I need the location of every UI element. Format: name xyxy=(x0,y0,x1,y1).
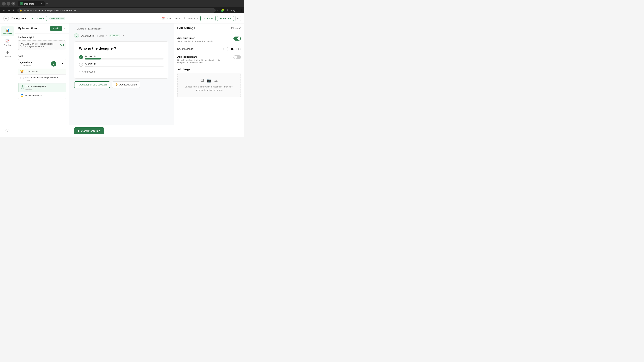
quiz-timer-badge: ⏱ 15 sec xyxy=(109,34,120,37)
qa-card: 💬 Add Q&A to collect questions from your… xyxy=(18,40,66,50)
quiz-question-header: 2 Quiz question 0 votes • ⏱ 15 sec ∨ xyxy=(74,33,168,38)
seconds-value: 15 xyxy=(230,47,234,50)
seconds-control: No. of seconds: − 15 + xyxy=(177,46,241,51)
list-item[interactable]: 2 Who is the designer? 0 votes xyxy=(18,83,66,92)
back-to-quiz-link[interactable]: ← Back to all quiz questions xyxy=(74,27,168,30)
question-actions: + Add another quiz question 🏆 Add leader… xyxy=(74,81,168,88)
more-options-button[interactable]: ••• xyxy=(236,16,241,21)
answer-option-a: ✓ Answer A xyxy=(79,55,164,59)
extensions-icon[interactable]: 🧩 xyxy=(221,9,224,12)
image-upload-area[interactable]: 🖼 📷 ☁ Choose from a library with thousan… xyxy=(177,73,241,97)
quiz-number-badge: 2 xyxy=(74,33,79,38)
answer-label-a: Answer A xyxy=(85,55,164,57)
settings-header: Poll settings Close ✕ xyxy=(174,23,244,33)
settings-label: Settings xyxy=(4,55,11,57)
sidebar-item-interactions[interactable]: 📊 Interactions xyxy=(1,26,14,36)
poll-question-content-2: Who is the designer? 0 votes xyxy=(26,85,64,90)
collapse-button[interactable]: « xyxy=(63,26,66,31)
participants-count: 0 participants xyxy=(25,70,38,73)
close-icon: ✕ xyxy=(239,27,241,30)
wrong-answer-icon: ○ xyxy=(79,63,83,67)
new-tab-button[interactable]: + xyxy=(45,2,49,5)
start-interaction-button[interactable]: ▶ Start interaction xyxy=(74,127,104,134)
share-button[interactable]: ↗ Share xyxy=(200,16,215,21)
list-item[interactable]: 1 What is the answer in question A? 0 vo… xyxy=(18,74,66,83)
header-back-button[interactable]: ← xyxy=(3,16,9,21)
image-library-icon: 🖼 xyxy=(200,78,204,83)
sidebar-item-analytics[interactable]: 📈 Analytics xyxy=(1,37,14,48)
share-label: Share xyxy=(206,17,212,20)
qa-add-link[interactable]: Add xyxy=(60,44,64,46)
polls-section: Polls Question A 2 questions ▶ ⋮ ∧ xyxy=(15,52,68,137)
bookmark-icon[interactable]: ☆ xyxy=(217,9,219,12)
seconds-label: No. of seconds: xyxy=(177,48,221,50)
add-another-quiz-button[interactable]: + Add another quiz question xyxy=(74,81,110,88)
menu-icon[interactable]: ⋮ xyxy=(240,9,242,12)
poll-participants: 🏆 0 participants xyxy=(18,68,66,74)
download-icon[interactable]: ⬇ xyxy=(226,9,228,12)
answer-bar-b xyxy=(85,66,164,67)
address-bar[interactable]: 🔒 admin.sli.do/event/8Goq3eqYCVaD6c1SPMV… xyxy=(17,8,216,12)
leaderboard-trophy-icon: 🏅 xyxy=(20,94,24,97)
shield-icon: 🛡 xyxy=(183,17,185,19)
side-nav: 📊 Interactions 📈 Analytics ⚙ Settings ? xyxy=(0,23,15,137)
forward-nav-button[interactable]: → xyxy=(7,8,11,12)
leaderboard-info: Add leaderboard Show leaderboard after t… xyxy=(177,55,231,64)
app-container: ← Designers ▲ Upgrade New interface 📅 Oc… xyxy=(0,13,244,137)
settings-close-button[interactable]: Close ✕ xyxy=(231,27,241,30)
maximize-button[interactable]: □ xyxy=(7,2,10,5)
present-label: Present xyxy=(223,17,231,20)
header-actions: ↗ Share ▶ Present ••• xyxy=(200,16,241,21)
poll-play-button[interactable]: ▶ xyxy=(51,61,56,66)
quiz-type-label: Quiz question xyxy=(81,34,95,37)
decrement-seconds-button[interactable]: − xyxy=(224,46,228,51)
add-option-button[interactable]: + + Add option xyxy=(79,70,164,74)
sidebar-item-settings[interactable]: ⚙ Settings xyxy=(1,49,14,59)
play-icon: ▶ xyxy=(53,63,54,65)
qa-card-text: Add Q&A to collect questions from your a… xyxy=(25,42,58,48)
upgrade-icon: ▲ xyxy=(32,17,34,20)
question-votes-q1: 0 votes xyxy=(25,79,64,82)
share-icon: ↗ xyxy=(203,17,205,20)
present-button[interactable]: ▶ Present xyxy=(217,16,234,21)
add-image-section: Add image xyxy=(177,68,241,71)
timer-icon: ⏱ xyxy=(110,34,112,37)
trophy-icon: 🏆 xyxy=(20,70,24,73)
settings-panel: Poll settings Close ✕ Add quiz timer Set… xyxy=(174,23,244,137)
polls-section-title: Polls xyxy=(18,55,66,57)
timer-toggle[interactable] xyxy=(234,36,241,40)
add-interaction-button[interactable]: + Add xyxy=(50,26,62,31)
timer-value: 15 sec xyxy=(113,34,119,37)
interactions-icon: 📊 xyxy=(5,28,10,32)
poll-group-count: 2 questions xyxy=(20,64,33,66)
question-num-text-2: 2 xyxy=(22,86,23,88)
help-button[interactable]: ? xyxy=(5,129,10,134)
analytics-label: Analytics xyxy=(4,44,11,46)
poll-group: Question A 2 questions ▶ ⋮ ∧ xyxy=(18,59,66,99)
final-leaderboard-item[interactable]: 🏅 Final leaderboard xyxy=(18,92,66,99)
question-text: Who is the designer? xyxy=(79,46,164,51)
back-nav-button[interactable]: ← xyxy=(2,8,6,12)
upgrade-button[interactable]: ▲ Upgrade xyxy=(29,16,47,21)
poll-group-header[interactable]: Question A 2 questions ▶ ⋮ ∧ xyxy=(18,59,66,68)
incognito-label: Incognito xyxy=(230,9,238,11)
poll-more-button[interactable]: ⋮ xyxy=(58,62,60,65)
app-header: ← Designers ▲ Upgrade New interface 📅 Oc… xyxy=(0,13,244,23)
poll-group-info: Question A 2 questions xyxy=(20,61,33,66)
tab-close-button[interactable]: ✕ xyxy=(40,2,42,5)
leaderboard-setting-label: Add leaderboard xyxy=(177,55,231,58)
reload-button[interactable]: ↻ xyxy=(12,8,16,13)
close-window-button[interactable]: ✕ xyxy=(12,2,15,5)
new-interface-badge[interactable]: New interface xyxy=(50,17,66,20)
calendar-icon: 📅 xyxy=(162,17,165,19)
main-layout: 📊 Interactions 📈 Analytics ⚙ Settings ? … xyxy=(0,23,244,137)
chevron-down-icon[interactable]: ∨ xyxy=(122,34,124,37)
question-text-q1: What is the answer in question A? xyxy=(25,76,64,79)
active-tab[interactable]: S Designers ✕ xyxy=(18,1,44,6)
leaderboard-toggle[interactable] xyxy=(234,55,241,59)
window-controls: − □ ✕ xyxy=(2,2,15,5)
minimize-button[interactable]: − xyxy=(2,2,6,5)
add-leaderboard-button[interactable]: 🏆 Add leaderboard xyxy=(112,81,140,88)
close-label: Close xyxy=(231,27,238,30)
increment-seconds-button[interactable]: + xyxy=(236,46,241,51)
